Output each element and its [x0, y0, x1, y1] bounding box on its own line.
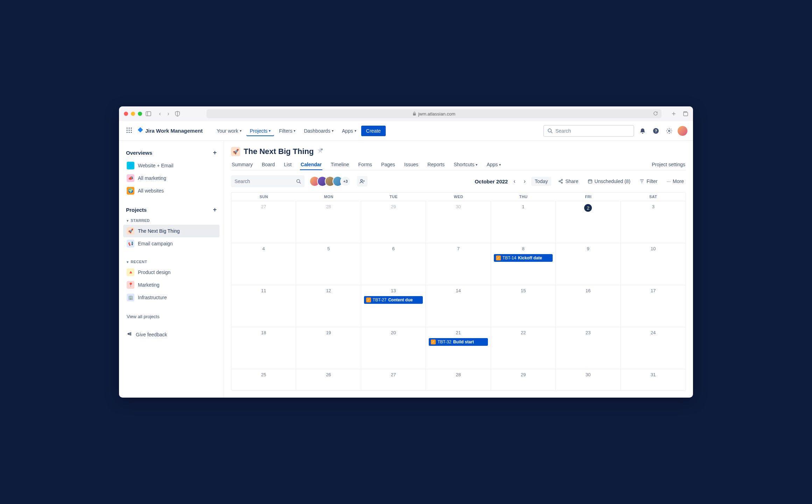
calendar-cell[interactable]: 2 [556, 201, 621, 243]
calendar-cell[interactable]: 25 [231, 369, 296, 390]
calendar-event[interactable]: ✓TBT-14Kickoff date [494, 254, 553, 262]
browser-back-button[interactable]: ‹ [157, 111, 163, 117]
tab-list[interactable]: List [283, 159, 292, 170]
calendar-cell[interactable]: 15 [491, 285, 556, 327]
avatar-overflow[interactable]: +3 [340, 176, 351, 187]
calendar-cell[interactable]: 11 [231, 285, 296, 327]
tab-summary[interactable]: Summary [231, 159, 253, 170]
product-logo[interactable]: Jira Work Management [137, 127, 203, 135]
tab-shortcuts[interactable]: Shortcuts ▾ [453, 159, 478, 170]
calendar-cell[interactable]: 30 [426, 201, 491, 243]
calendar-cell[interactable]: 14 [426, 285, 491, 327]
new-tab-icon[interactable] [671, 111, 676, 116]
nav-filters[interactable]: Filters▾ [275, 126, 299, 136]
calendar-event[interactable]: ✓TBT-32Build start [429, 338, 488, 346]
calendar-cell[interactable]: 26 [296, 369, 361, 390]
more-button[interactable]: ··· More [664, 177, 686, 186]
tab-timeline[interactable]: Timeline [330, 159, 350, 170]
notifications-icon[interactable] [638, 126, 648, 136]
calendar-cell[interactable]: 28 [426, 369, 491, 390]
calendar-search-input[interactable]: Search [231, 175, 304, 187]
refresh-icon[interactable] [653, 111, 658, 117]
calendar-cell[interactable]: 7 [426, 243, 491, 285]
customize-icon[interactable] [317, 148, 323, 155]
filter-button[interactable]: Filter [637, 177, 659, 186]
tabs-overview-icon[interactable] [682, 111, 688, 116]
top-navigation: Jira Work Management Your work▾ Projects… [119, 121, 693, 141]
minimize-window-button[interactable] [131, 112, 135, 116]
sidebar-overview-website-email[interactable]: 🌐Website + Email [123, 159, 219, 172]
settings-icon[interactable] [664, 126, 674, 136]
app-switcher-icon[interactable] [125, 126, 134, 136]
tab-pages[interactable]: Pages [380, 159, 396, 170]
calendar-cell[interactable]: 1 [491, 201, 556, 243]
profile-avatar[interactable] [678, 126, 687, 136]
sidebar-project-marketing[interactable]: 📍Marketing [123, 279, 219, 291]
calendar-cell[interactable]: 23 [556, 327, 621, 369]
tab-issues[interactable]: Issues [404, 159, 419, 170]
calendar-cell[interactable]: 18 [231, 327, 296, 369]
nav-apps[interactable]: Apps▾ [338, 126, 360, 136]
close-window-button[interactable] [124, 112, 128, 116]
sidebar-overview-all-marketing[interactable]: 📣All marketing [123, 172, 219, 184]
calendar-cell[interactable]: 29 [491, 369, 556, 390]
tab-calendar[interactable]: Calendar [300, 159, 322, 170]
calendar-cell[interactable]: 29 [361, 201, 426, 243]
calendar-cell[interactable]: 6 [361, 243, 426, 285]
unscheduled-button[interactable]: Unscheduled (8) [586, 177, 633, 186]
nav-dashboards[interactable]: Dashboards▾ [300, 126, 337, 136]
next-month-button[interactable]: › [521, 177, 528, 186]
add-assignee-button[interactable] [357, 176, 368, 187]
sidebar-overview-all-websites[interactable]: 🌍All websites [123, 184, 219, 197]
calendar-cell[interactable]: 31 [621, 369, 686, 390]
browser-forward-button[interactable]: › [165, 111, 172, 117]
tab-forms[interactable]: Forms [357, 159, 373, 170]
calendar-cell[interactable]: 27 [361, 369, 426, 390]
nav-projects[interactable]: Projects▾ [246, 126, 274, 136]
calendar-cell[interactable]: 27 [231, 201, 296, 243]
create-button[interactable]: Create [361, 126, 386, 136]
calendar-cell[interactable]: 28 [296, 201, 361, 243]
calendar-event[interactable]: ✓TBT-27Content due [364, 296, 423, 304]
calendar-cell[interactable]: 5 [296, 243, 361, 285]
calendar-cell[interactable]: 10 [621, 243, 686, 285]
prev-month-button[interactable]: ‹ [511, 177, 518, 186]
calendar-cell[interactable]: 8✓TBT-14Kickoff date [491, 243, 556, 285]
calendar-cell[interactable]: 20 [361, 327, 426, 369]
calendar-cell[interactable]: 12 [296, 285, 361, 327]
calendar-cell[interactable]: 21✓TBT-32Build start [426, 327, 491, 369]
share-button[interactable]: Share [556, 177, 580, 186]
tab-board[interactable]: Board [261, 159, 275, 170]
calendar-cell[interactable]: 17 [621, 285, 686, 327]
sidebar-project-next-big-thing[interactable]: 🚀The Next Big Thing [123, 225, 219, 237]
give-feedback-link[interactable]: Give feedback [123, 329, 219, 340]
recent-heading[interactable]: ▾ RECENT [123, 258, 219, 266]
sidebar-project-product-design[interactable]: 🔺Product design [123, 266, 219, 279]
today-button[interactable]: Today [531, 177, 551, 186]
tab-apps[interactable]: Apps ▾ [486, 159, 502, 170]
maximize-window-button[interactable] [138, 112, 142, 116]
calendar-cell[interactable]: 4 [231, 243, 296, 285]
tab-reports[interactable]: Reports [427, 159, 445, 170]
calendar-cell[interactable]: 30 [556, 369, 621, 390]
calendar-cell[interactable]: 22 [491, 327, 556, 369]
url-bar[interactable]: jwm.atlassian.com [206, 109, 662, 118]
tab-project-settings[interactable]: Project settings [651, 159, 686, 170]
sidebar-toggle-icon[interactable] [146, 111, 151, 116]
calendar-cell[interactable]: 16 [556, 285, 621, 327]
calendar-cell[interactable]: 3 [621, 201, 686, 243]
starred-heading[interactable]: ▾ STARRED [123, 216, 219, 225]
add-overview-button[interactable]: + [213, 149, 217, 156]
calendar-cell[interactable]: 24 [621, 327, 686, 369]
add-project-button[interactable]: + [213, 206, 217, 214]
calendar-cell[interactable]: 19 [296, 327, 361, 369]
help-icon[interactable]: ? [651, 126, 661, 136]
nav-your-work[interactable]: Your work▾ [213, 126, 245, 136]
view-all-projects-link[interactable]: View all projects [123, 312, 219, 322]
sidebar-project-infrastructure[interactable]: 🏢Infrastructure [123, 291, 219, 304]
calendar-cell[interactable]: 13✓TBT-27Content due [361, 285, 426, 327]
sidebar-project-email-campaign[interactable]: 📢Email campaign [123, 237, 219, 250]
calendar-cell[interactable]: 9 [556, 243, 621, 285]
global-search-input[interactable]: Search [543, 125, 634, 137]
shield-icon[interactable] [175, 111, 180, 117]
